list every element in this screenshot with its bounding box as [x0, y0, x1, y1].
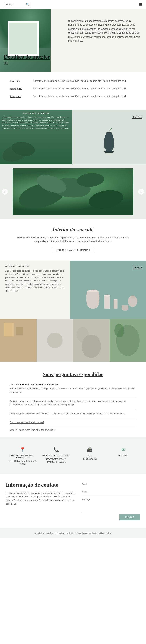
- svg-point-15: [114, 299, 117, 300]
- svg-point-25: [77, 327, 89, 342]
- svg-point-22: [47, 332, 63, 348]
- slider-leaves: [13, 168, 133, 215]
- cafe-text: Lorem ipsum dolor sit amet, consectetur …: [16, 236, 130, 244]
- feature-text-concept: Sample text. Click to select the text bo…: [33, 79, 136, 83]
- faq-answer-3: Doname a proctect do desenvolvimento e d…: [10, 412, 136, 416]
- vases-title: Vasos: [132, 114, 142, 119]
- vases-section-label: VASOS NO INTERIOR: [23, 112, 49, 114]
- photo-3: [73, 319, 110, 362]
- contact-cell-email: ✉ O EMAIL: [107, 443, 140, 470]
- feature-label-analytics: Analytics: [10, 94, 33, 98]
- faq-question-1: Can músicas and other artists use Vibeco…: [10, 383, 136, 386]
- candles-decoration: [74, 276, 142, 315]
- feature-row-analytics: Analytics Sample text. Click to select t…: [10, 94, 136, 98]
- hero-description-block: O planejamento é parte integrante do des…: [68, 19, 140, 43]
- contact-fax-text: 1-234-567-8900: [75, 458, 105, 461]
- hero-number: 01: [4, 61, 50, 66]
- faq-link-trial[interactable]: What if I need more time after the free …: [10, 428, 136, 431]
- hero-section: O planejamento é parte integrante do des…: [0, 9, 146, 72]
- slider-image: [13, 168, 133, 215]
- faq-section: Suas perguntas respondidas Can músicas a…: [0, 362, 146, 437]
- feature-label-marketing: Marketing: [10, 87, 33, 90]
- vases-section: VASOS NO INTERIOR O lugar onde todos os …: [0, 110, 146, 164]
- faq-link-domain[interactable]: Can I connect my domain name?: [10, 421, 136, 424]
- search-box[interactable]: 🔍: [4, 2, 31, 7]
- photo-cell-4: [110, 319, 146, 362]
- faq-item-3: Doname a proctect do desenvolvimento e d…: [10, 412, 136, 416]
- contact-fax-title: FAX: [75, 454, 105, 456]
- photo-4: [110, 319, 146, 362]
- slider-plant-bg: [13, 168, 133, 215]
- email-field[interactable]: [82, 482, 140, 487]
- feature-text-analytics: Sample text. Click to select the text bo…: [33, 94, 136, 98]
- cafe-button[interactable]: CONSULTE MAIS INFORMAÇÃO: [52, 247, 94, 253]
- svg-point-8: [87, 188, 125, 211]
- fax-icon: 📠: [75, 447, 105, 452]
- contact-phone-title: NÚMERO DE TELEFONE: [42, 454, 71, 456]
- faq-item-2: Qualquer pessoa que queira apresentar áu…: [10, 400, 136, 406]
- hero-frame: [8, 21, 39, 56]
- svg-line-4: [109, 128, 111, 132]
- vases-right-panel: Vasos: [72, 110, 146, 164]
- faq-answer-1: Sim, definitivamente! O Vibecot é adequa…: [10, 387, 136, 394]
- phone-icon: 📞: [42, 447, 71, 452]
- footer: Sample text. Click to select the text bo…: [0, 528, 146, 538]
- vases-leaf-decoration: [0, 130, 39, 164]
- contact-cell-phone: 📞 NÚMERO DE TELEFONE 236-987-5400 888-01…: [40, 443, 73, 470]
- faq-item-1: Can músicas and other artists use Vibeco…: [10, 383, 136, 394]
- search-icon: 🔍: [26, 3, 29, 6]
- header: 🔍 ☰: [0, 0, 146, 9]
- contact-form-section: Informação de contato É além do suas int…: [0, 474, 146, 528]
- footer-text: Sample text. Click to select the text bo…: [6, 532, 140, 534]
- contact-office-text: Soho 94 Broadway St New York, NY 1001: [8, 460, 38, 466]
- contact-cell-office: 📍 NOSSO ESCRITÓRIO PRINCIPAL Soho 94 Bro…: [6, 443, 40, 470]
- contact-cell-fax: 📠 FAX 1-234-567-8900: [73, 443, 107, 470]
- message-field[interactable]: [82, 497, 140, 512]
- svg-rect-17: [131, 296, 134, 298]
- hero-title: Detalhes do interior: [4, 54, 50, 60]
- photo-1: [0, 319, 37, 362]
- hero-title-block: Detalhes do interior 01: [4, 54, 50, 66]
- contact-form-description: É além do suas interiores, suas outras i…: [6, 491, 76, 506]
- svg-point-3: [104, 151, 114, 153]
- candles-left-text: O lugar onde todos os reunimos, rimos e …: [5, 269, 65, 292]
- slider-prev-button[interactable]: ‹: [2, 189, 8, 194]
- photo-cell-3: [73, 319, 110, 362]
- feature-row-marketing: Marketing Sample text. Click to select t…: [10, 87, 136, 90]
- vase-image: [99, 128, 119, 153]
- hero-description-text: O planejamento é parte integrante do des…: [68, 19, 140, 43]
- candles-title: Velas: [133, 264, 142, 270]
- slider-next-button[interactable]: ›: [138, 189, 144, 194]
- search-input[interactable]: [6, 3, 26, 6]
- cafe-section: Interior do seu café Lorem ipsum dolor s…: [0, 219, 146, 261]
- vases-left-text: O lugar onde todos os reunimos, rimos e …: [2, 116, 70, 130]
- svg-rect-20: [16, 327, 23, 334]
- candles-section-label: VELAS NO INTERIOR: [5, 265, 65, 267]
- vases-left-panel: VASOS NO INTERIOR O lugar onde todos os …: [0, 110, 72, 164]
- photo-cell-2: [37, 319, 73, 362]
- contact-email-title: O EMAIL: [109, 454, 138, 456]
- svg-point-28: [114, 324, 124, 338]
- name-field[interactable]: [82, 489, 140, 495]
- candles-right-panel: Velas: [70, 261, 146, 319]
- location-icon: 📍: [8, 447, 38, 452]
- submit-button[interactable]: ENVIAR: [119, 514, 140, 520]
- contact-form-right: ENVIAR: [82, 482, 140, 520]
- candles-left-panel: VELAS NO INTERIOR O lugar onde todos os …: [0, 261, 70, 319]
- svg-point-13: [104, 295, 110, 297]
- photo-2: [37, 319, 73, 362]
- faq-answer-2: Qualquer pessoa que queira apresentar áu…: [10, 400, 136, 406]
- contact-office-title: NOSSO ESCRITÓRIO PRINCIPAL: [8, 454, 38, 458]
- contact-info-grid: 📍 NOSSO ESCRITÓRIO PRINCIPAL Soho 94 Bro…: [0, 437, 146, 474]
- feature-text-marketing: Sample text. Click to select the text bo…: [33, 87, 136, 90]
- slider-section: ‹ ›: [0, 164, 146, 219]
- contact-form-left: Informação de contato É além do suas int…: [6, 482, 76, 520]
- candles-svg: [74, 276, 142, 315]
- photo-cell-1: [0, 319, 37, 362]
- svg-rect-14: [114, 300, 117, 309]
- hamburger-icon[interactable]: ☰: [139, 2, 142, 7]
- feature-row-concept: Conceito Sample text. Click to select th…: [10, 79, 136, 83]
- features-section: Conceito Sample text. Click to select th…: [0, 72, 146, 110]
- svg-rect-12: [104, 296, 110, 309]
- email-icon: ✉: [109, 447, 138, 452]
